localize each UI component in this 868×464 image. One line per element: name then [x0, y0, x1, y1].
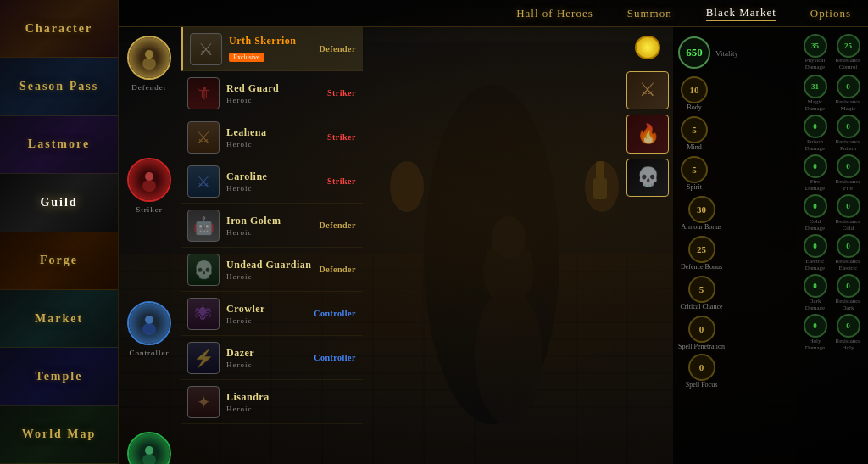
- hero-name-urth: Urth Skerrion: [229, 35, 320, 48]
- hero-info-leahena: Leahena Heroic: [226, 126, 327, 148]
- svg-point-32: [142, 180, 156, 192]
- stat-electric-damage-label: Electric Damage: [800, 258, 830, 271]
- hero-class-leahena: Striker: [327, 132, 356, 142]
- hero-avatar-undead-guardian: 💀: [187, 254, 220, 286]
- hero-row-dazer[interactable]: ⚡ Dazer Heroic Controller: [181, 336, 363, 380]
- stat-resistance-magic-label: Resistance Magic: [833, 98, 863, 112]
- stat-critical-chance-label: Critical Chance: [681, 303, 723, 310]
- hero-preview-thumbs: ⚔ 🔥 💀: [622, 27, 673, 197]
- stat-magic-damage-circle: 31: [804, 75, 827, 98]
- hero-name-dazer: Dazer: [226, 347, 314, 360]
- stat-resistance-poison-label: Resistance Poison: [833, 138, 863, 152]
- stat-spell-penetration-circle: 0: [688, 316, 715, 343]
- stat-holy-damage-circle: 0: [804, 314, 827, 338]
- stat-dark-damage-circle: 0: [804, 274, 827, 298]
- hero-info-undead-guardian: Undead Guardian Heroic: [226, 259, 320, 281]
- stat-row-critical: 5 Critical Chance 0 Dark Damage 0 Resist…: [678, 274, 863, 311]
- top-navigation: Hall of Heroes Summon Black Market Optio…: [119, 0, 868, 27]
- hero-row-crowler[interactable]: 🕷 Crowler Heroic Controller: [181, 292, 363, 336]
- stat-cold-damage-label: Cold Damage: [800, 218, 830, 232]
- hero-thumb-ability[interactable]: 🔥: [626, 115, 669, 153]
- stat-spell-focus-label: Spell Focus: [686, 381, 718, 389]
- stat-mind-label: Mind: [687, 143, 701, 151]
- hero-thumb-weapon[interactable]: ⚔: [626, 71, 669, 109]
- hero-row-urth-skerrion[interactable]: ⚔ Urth Skerrion Exclusive Defender: [181, 27, 363, 71]
- stat-fire-damage-label: Fire Damage: [800, 178, 830, 192]
- hero-class-slots: Defender Striker Controller Support: [119, 27, 180, 464]
- hero-name-red-guard: Red Guard: [226, 82, 327, 95]
- nav-options[interactable]: Options: [810, 7, 851, 20]
- sidebar-item-forge[interactable]: Forge: [0, 232, 118, 290]
- stat-resistance-fire-label: Resistance Fire: [833, 178, 863, 192]
- hero-name-undead-guardian: Undead Guardian: [226, 259, 320, 271]
- hero-row-undead-guardian[interactable]: 💀 Undead Guardian Heroic Defender: [181, 248, 363, 292]
- hero-info-crowler: Crowler Heroic: [226, 303, 314, 325]
- stat-vitality-label: Vitality: [715, 49, 738, 58]
- hero-class-red-guard: Striker: [327, 88, 356, 98]
- hero-info-dazer: Dazer Heroic: [226, 347, 314, 369]
- hero-row-leahena[interactable]: ⚔ Leahena Heroic Striker: [181, 115, 363, 159]
- exclusive-tag-urth: Exclusive: [229, 53, 264, 62]
- stat-critical-chance-circle: 5: [688, 276, 715, 303]
- svg-point-22: [390, 161, 424, 212]
- hero-type-iron-golem: Heroic: [226, 228, 320, 237]
- stat-cold-damage-circle: 0: [804, 194, 827, 218]
- svg-point-28: [492, 216, 526, 259]
- nav-black-market[interactable]: Black Market: [706, 6, 776, 21]
- hero-row-lisandra[interactable]: ✦ Lisandra Heroic: [181, 380, 363, 424]
- hero-avatar-red-guard: 🗡: [187, 77, 220, 109]
- hero-row-iron-golem[interactable]: 🤖 Iron Golem Heroic Defender: [181, 204, 363, 248]
- sidebar-item-lastmore[interactable]: Lastmore: [0, 116, 118, 174]
- hero-avatar-urth: ⚔: [190, 33, 222, 65]
- hero-indicator-orb: [635, 36, 660, 59]
- stat-row-spell-pen: 0 Spell Penetration 0 Holy Damage 0 Resi…: [678, 314, 863, 351]
- stat-resistance-control-circle: 25: [837, 34, 860, 58]
- hero-row-caroline[interactable]: ⚔ Caroline Heroic Striker: [181, 159, 363, 204]
- stats-panel: 650 Vitality 35 Physical Damage 25 Resis…: [673, 27, 868, 464]
- stat-physical-damage-circle: 35: [804, 34, 827, 58]
- svg-point-33: [145, 316, 153, 324]
- sidebar-item-season-pass[interactable]: Season Pass: [0, 58, 118, 115]
- hero-slot-striker[interactable]: Striker: [127, 158, 171, 214]
- svg-point-36: [142, 454, 156, 464]
- hero-slot-support[interactable]: Support: [127, 432, 171, 464]
- nav-summon[interactable]: Summon: [627, 7, 672, 20]
- stat-magic-damage-label: Magic Damage: [800, 98, 830, 112]
- stat-resistance-control-label: Resistance Control: [833, 58, 863, 70]
- nav-hall-of-heroes[interactable]: Hall of Heroes: [516, 7, 593, 20]
- sidebar-item-character[interactable]: Character: [0, 0, 118, 58]
- hero-type-crowler: Heroic: [226, 316, 314, 325]
- stat-defence-bonus-label: Defence Bonus: [681, 263, 722, 271]
- sidebar-item-world-map[interactable]: World Map: [0, 406, 118, 464]
- stat-spirit-label: Spirit: [687, 183, 702, 191]
- stat-armour-bonus-label: Armour Bonus: [682, 223, 722, 231]
- slot-striker-label: Striker: [136, 205, 163, 214]
- stat-row-body: 10 Body 31 Magic Damage 0 Resistance Mag…: [678, 75, 863, 112]
- hero-type-red-guard: Heroic: [226, 96, 327, 104]
- hero-slot-defender[interactable]: Defender: [127, 36, 171, 92]
- stat-electric-damage-circle: 0: [804, 234, 827, 258]
- hero-name-lisandra: Lisandra: [226, 391, 356, 404]
- hero-thumb-dark-ability[interactable]: 💀: [626, 159, 669, 197]
- stat-holy-damage-label: Holy Damage: [800, 338, 830, 351]
- stat-row-mind: 5 Mind 0 Poison Damage 0 Resistance Pois…: [678, 115, 863, 152]
- sidebar-item-guild[interactable]: Guild: [0, 174, 118, 232]
- stat-poison-damage-circle: 0: [804, 115, 827, 138]
- stat-resistance-holy-label: Resistance Holy: [833, 338, 863, 351]
- hero-list: ⚔ Urth Skerrion Exclusive Defender 🗡 Red…: [181, 27, 363, 464]
- stat-resistance-holy-circle: 0: [837, 314, 860, 338]
- svg-point-29: [145, 50, 153, 59]
- hero-avatar-iron-golem: 🤖: [187, 210, 220, 242]
- hero-avatar-dazer: ⚡: [187, 342, 220, 374]
- hero-info-red-guard: Red Guard Heroic: [226, 82, 327, 104]
- hero-row-red-guard[interactable]: 🗡 Red Guard Heroic Striker: [181, 71, 363, 115]
- hero-class-undead-guardian: Defender: [320, 265, 356, 274]
- sidebar-item-market[interactable]: Market: [0, 290, 118, 348]
- sidebar-item-temple[interactable]: Temple: [0, 348, 118, 405]
- hero-slot-controller[interactable]: Controller: [127, 301, 171, 357]
- hero-info-lisandra: Lisandra Heroic: [226, 391, 356, 413]
- svg-point-34: [142, 323, 156, 335]
- hero-type-caroline: Heroic: [226, 184, 327, 193]
- stat-row-vitality: 650 Vitality 35 Physical Damage 25 Resis…: [678, 34, 863, 70]
- stat-row-armour: 30 Armour Bonus 0 Cold Damage 0 Resistan…: [678, 194, 863, 232]
